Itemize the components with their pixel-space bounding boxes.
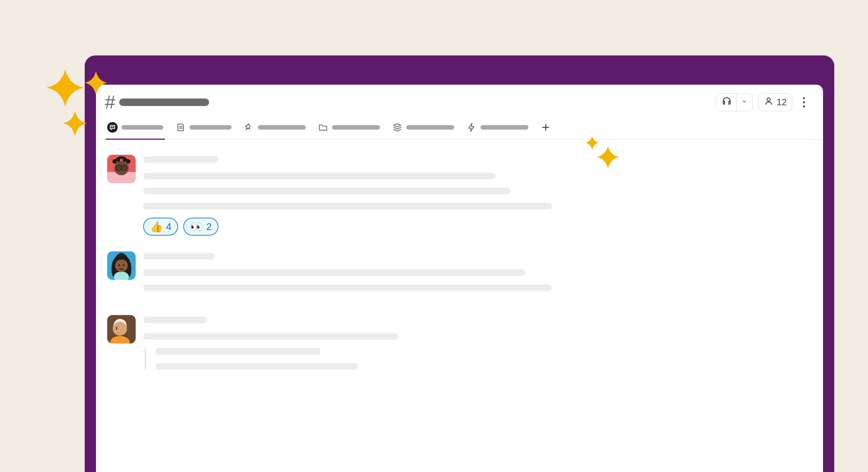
reactions: 👍4👀2 xyxy=(143,218,812,236)
avatar[interactable] xyxy=(107,251,136,280)
message-author-placeholder xyxy=(143,317,207,323)
add-tab-button[interactable] xyxy=(540,125,551,136)
tab-label-placeholder xyxy=(258,125,306,130)
pill-divider xyxy=(736,94,737,111)
message xyxy=(107,251,812,299)
reaction-emoji: 👍 xyxy=(150,221,163,233)
channel-tabs xyxy=(96,112,823,140)
reaction-chip[interactable]: 👀2 xyxy=(183,218,218,236)
canvas-icon xyxy=(175,122,186,133)
tab-label-placeholder xyxy=(406,125,454,130)
huddle-button[interactable] xyxy=(716,93,753,111)
more-actions-button[interactable] xyxy=(798,97,810,108)
tab-bolt[interactable] xyxy=(466,122,528,139)
message-text-placeholder xyxy=(143,203,552,209)
thread-text-placeholder xyxy=(156,348,320,355)
tab-label-placeholder xyxy=(480,125,528,130)
svg-point-9 xyxy=(117,158,120,162)
svg-point-10 xyxy=(123,158,126,162)
chevron-down-icon[interactable] xyxy=(741,99,747,106)
svg-point-1 xyxy=(803,101,805,103)
tab-canvas[interactable] xyxy=(175,122,232,139)
message-author-placeholder xyxy=(143,156,218,163)
avatar[interactable] xyxy=(107,315,136,344)
folder-icon xyxy=(318,122,328,133)
svg-point-24 xyxy=(116,328,117,330)
messages-icon xyxy=(107,122,118,133)
tab-label-placeholder xyxy=(190,125,232,130)
avatar[interactable] xyxy=(107,155,136,183)
reaction-emoji: 👀 xyxy=(190,221,203,233)
member-count: 12 xyxy=(777,97,787,108)
message-author-placeholder xyxy=(143,253,214,260)
message-text-placeholder xyxy=(143,284,552,291)
svg-point-25 xyxy=(118,332,119,334)
message: 👍4👀2 xyxy=(107,155,812,236)
svg-point-0 xyxy=(803,97,805,99)
message-body: 👍4👀2 xyxy=(143,155,812,236)
reaction-chip[interactable]: 👍4 xyxy=(143,218,178,236)
header-actions: 12 xyxy=(716,93,810,111)
message-body xyxy=(143,251,812,299)
svg-point-7 xyxy=(112,159,117,164)
reaction-count: 2 xyxy=(206,221,211,233)
members-button[interactable]: 12 xyxy=(758,93,792,111)
svg-point-8 xyxy=(126,159,130,164)
bolt-icon xyxy=(466,122,477,133)
tab-folder[interactable] xyxy=(318,122,380,139)
person-icon xyxy=(764,96,774,108)
svg-point-18 xyxy=(115,259,128,272)
svg-point-20 xyxy=(123,264,124,266)
message xyxy=(107,315,812,378)
channel-window: # 12 xyxy=(96,85,823,472)
tab-messages[interactable] xyxy=(107,122,163,139)
channel-header: # 12 xyxy=(96,85,823,112)
hash-icon: # xyxy=(105,93,115,112)
thread-reply[interactable] xyxy=(145,348,812,370)
svg-point-14 xyxy=(118,167,120,169)
message-body xyxy=(143,315,812,378)
tab-stack[interactable] xyxy=(392,122,454,139)
svg-point-26 xyxy=(122,334,123,335)
message-text-placeholder xyxy=(143,333,398,340)
channel-name-placeholder xyxy=(119,99,209,106)
message-text-placeholder xyxy=(143,188,510,194)
headphones-icon xyxy=(721,96,732,109)
svg-point-2 xyxy=(803,105,805,107)
channel-title[interactable]: # xyxy=(105,93,209,112)
app-frame: # 12 xyxy=(85,55,834,472)
message-list: 👍4👀2 xyxy=(96,140,823,378)
message-text-placeholder xyxy=(143,173,495,179)
tab-label-placeholder xyxy=(332,125,380,130)
tab-pin[interactable] xyxy=(244,122,306,139)
reaction-count: 4 xyxy=(166,221,171,233)
thread-text-placeholder xyxy=(156,363,358,370)
tab-label-placeholder xyxy=(121,125,163,130)
pin-icon xyxy=(244,122,254,133)
svg-point-19 xyxy=(118,264,120,266)
stack-icon xyxy=(392,122,403,133)
svg-point-15 xyxy=(123,167,125,169)
message-text-placeholder xyxy=(143,269,525,276)
